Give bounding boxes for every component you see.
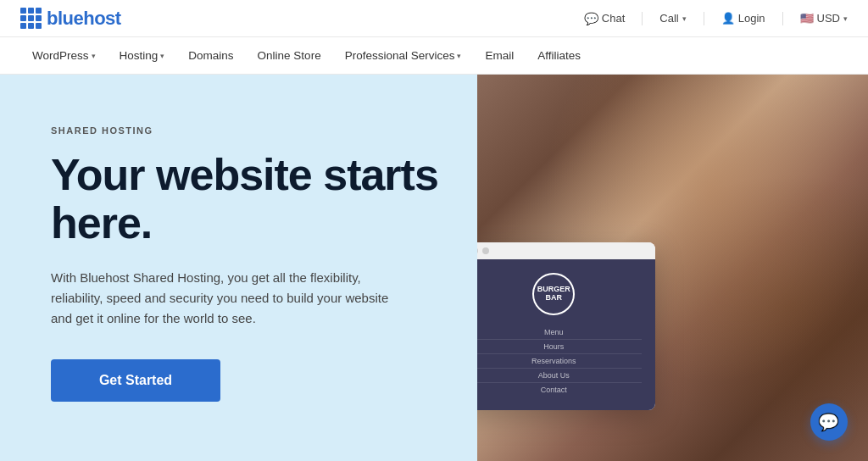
browser-content: BURGER BAR Menu Hours Reservations About…	[477, 259, 655, 410]
nav-email-label: Email	[485, 49, 514, 62]
nav-hosting-label: Hosting	[120, 49, 159, 62]
logo-text: bluehost	[47, 8, 121, 30]
nav-online-store-label: Online Store	[258, 49, 321, 62]
nav-item-hosting[interactable]: Hosting ▾	[108, 37, 177, 75]
nav-bar: WordPress ▾ Hosting ▾ Domains Online Sto…	[0, 37, 868, 75]
login-link[interactable]: 👤 Login	[721, 12, 765, 25]
burger-nav-about: About Us	[477, 369, 642, 383]
nav-item-email[interactable]: Email	[473, 37, 526, 75]
divider	[642, 12, 643, 25]
logo[interactable]: bluehost	[20, 8, 121, 30]
chat-float-icon: 💬	[818, 412, 839, 432]
nav-domains-label: Domains	[188, 49, 233, 62]
currency-chevron-icon: ▾	[843, 14, 848, 23]
burger-brand-text: BURGER BAR	[534, 286, 573, 303]
burger-logo-circle: BURGER BAR	[532, 273, 575, 315]
call-chevron-icon: ▾	[682, 14, 687, 23]
currency-label: USD	[817, 12, 840, 25]
top-actions: 💬 Chat Call ▾ 👤 Login 🇺🇸 USD ▾	[584, 12, 848, 25]
hero-section: SHARED HOSTING Your website starts here.…	[0, 75, 868, 461]
browser-dot-2	[477, 247, 478, 254]
nav-wordpress-label: WordPress	[32, 49, 89, 62]
nav-item-professional-services[interactable]: Professional Services ▾	[333, 37, 474, 75]
nav-item-domains[interactable]: Domains	[176, 37, 245, 75]
professional-chevron-icon: ▾	[457, 52, 461, 60]
burger-nav-menu: Menu	[477, 325, 642, 340]
nav-item-affiliates[interactable]: Affiliates	[526, 37, 593, 75]
get-started-button[interactable]: Get Started	[51, 359, 220, 402]
hero-eyebrow: SHARED HOSTING	[51, 125, 443, 136]
chat-label: Chat	[602, 12, 625, 25]
person-icon: 👤	[721, 12, 735, 25]
nav-professional-services-label: Professional Services	[345, 49, 455, 62]
logo-grid-icon	[20, 8, 42, 29]
nav-affiliates-label: Affiliates	[537, 49, 581, 62]
call-label: Call	[659, 12, 678, 25]
browser-mockup: BURGER BAR Menu Hours Reservations About…	[477, 242, 655, 410]
hero-description: With Bluehost Shared Hosting, you get al…	[51, 268, 390, 329]
login-label: Login	[738, 12, 765, 25]
chat-link[interactable]: 💬 Chat	[584, 12, 625, 25]
burger-nav-reservations: Reservations	[477, 354, 642, 369]
hero-image: BURGER BAR Menu Hours Reservations About…	[477, 75, 868, 461]
wordpress-chevron-icon: ▾	[92, 52, 96, 60]
hero-content: SHARED HOSTING Your website starts here.…	[0, 75, 477, 461]
currency-link[interactable]: 🇺🇸 USD ▾	[800, 12, 848, 25]
call-link[interactable]: Call ▾	[659, 12, 686, 25]
chat-float-button[interactable]: 💬	[810, 403, 848, 441]
burger-bar-logo: BURGER BAR	[477, 273, 642, 315]
nav-item-online-store[interactable]: Online Store	[246, 37, 333, 75]
burger-nav-hours: Hours	[477, 340, 642, 354]
hosting-chevron-icon: ▾	[160, 52, 164, 60]
burger-nav-contact: Contact	[477, 383, 642, 397]
divider3	[782, 12, 783, 25]
hero-title: Your website starts here.	[51, 151, 443, 247]
divider2	[704, 12, 704, 25]
chat-icon: 💬	[584, 12, 598, 25]
browser-dot-3	[482, 247, 489, 254]
nav-item-wordpress[interactable]: WordPress ▾	[20, 37, 108, 75]
top-bar: bluehost 💬 Chat Call ▾ 👤 Login 🇺🇸 USD ▾	[0, 0, 868, 37]
flag-icon: 🇺🇸	[800, 12, 814, 25]
browser-titlebar	[477, 242, 655, 259]
